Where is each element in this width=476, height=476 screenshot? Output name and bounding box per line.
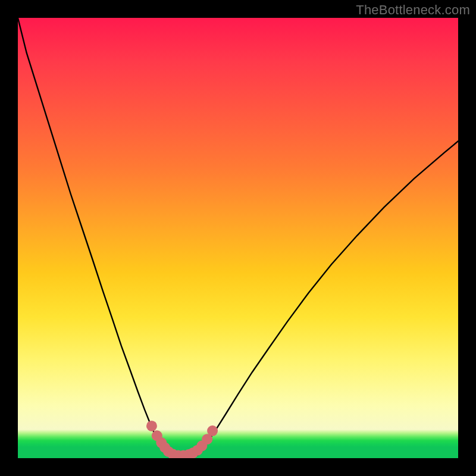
highlight-group — [146, 421, 218, 458]
plot-area — [18, 18, 458, 458]
watermark-text: TheBottleneck.com — [356, 2, 470, 18]
curve-group — [18, 18, 458, 456]
highlight-dot — [207, 425, 218, 436]
chart-svg — [18, 18, 458, 458]
highlight-dot — [146, 421, 157, 431]
chart-frame: TheBottleneck.com — [0, 0, 476, 476]
bottleneck-curve-path — [18, 18, 458, 456]
